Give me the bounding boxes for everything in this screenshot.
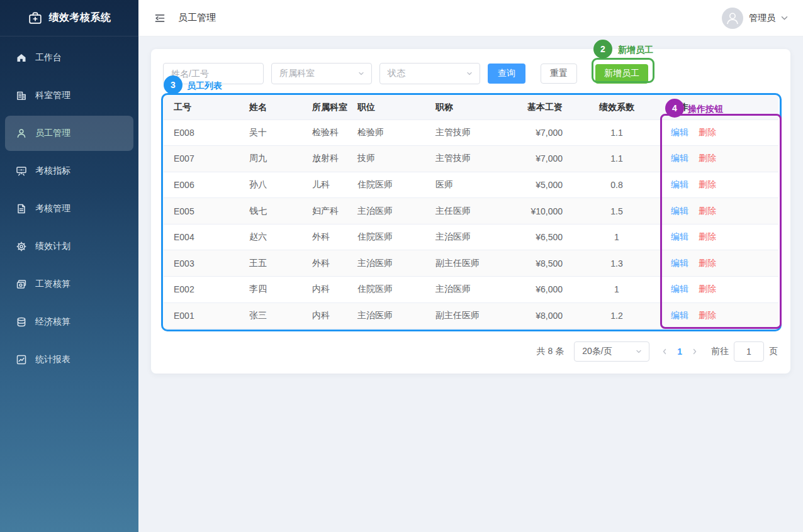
sidebar-item-label: 科室管理 [35, 90, 70, 101]
cell-salary: ¥10,000 [501, 198, 573, 224]
cell-actions: 编辑删除 [661, 172, 778, 198]
wallet-icon [16, 279, 27, 290]
chevron-down-icon [466, 70, 473, 77]
app-window: 绩效考核系统 工作台科室管理员工管理考核指标考核管理绩效计划工资核算经济核算统计… [0, 0, 803, 532]
edit-link[interactable]: 编辑 [671, 127, 688, 137]
cell-actions: 编辑删除 [661, 119, 778, 146]
sidebar-item-label: 绩效计划 [35, 241, 70, 252]
filter-bar: 所属科室 状态 查询 重置 新增员工 [163, 63, 648, 84]
table-row: E001张三内科主治医师副主任医师¥8,0001.2编辑删除 [164, 302, 778, 329]
table-body: E008吴十检验科检验师主管技师¥7,0001.1编辑删除E007周九放射科技师… [164, 119, 778, 329]
sidebar-item-工作台[interactable]: 工作台 [5, 40, 133, 75]
chart-icon [16, 354, 27, 365]
user-menu[interactable]: 管理员 [722, 8, 788, 29]
table-row: E007周九放射科技师主管技师¥7,0001.1编辑删除 [164, 146, 778, 172]
document-icon [16, 203, 27, 214]
annotation-label-3: 员工列表 [187, 80, 222, 92]
goto-page-input[interactable] [734, 341, 764, 362]
cell-salary: ¥6,500 [501, 224, 573, 250]
delete-link[interactable]: 删除 [699, 284, 716, 294]
edit-link[interactable]: 编辑 [671, 153, 688, 163]
topbar: 员工管理 管理员 [138, 0, 803, 36]
cell-dept: 外科 [302, 224, 347, 250]
table-row: E006孙八儿科住院医师医师¥5,0000.8编辑删除 [164, 172, 778, 198]
add-employee-button[interactable]: 新增员工 [595, 64, 648, 84]
cell-coeff: 1.5 [573, 198, 661, 224]
edit-link[interactable]: 编辑 [671, 231, 688, 241]
cell-coeff: 1.1 [573, 119, 661, 146]
sidebar-item-考核指标[interactable]: 考核指标 [5, 153, 133, 189]
cell-position: 主治医师 [347, 250, 425, 277]
collapse-menu-icon[interactable] [154, 12, 166, 25]
column-header: 所属科室 [302, 96, 347, 119]
table-row: E002李四内科住院医师主治医师¥6,0001编辑删除 [164, 277, 778, 303]
cell-title: 主管技师 [425, 119, 501, 146]
table-row: E004赵六外科住院医师主治医师¥6,5001编辑删除 [164, 224, 778, 250]
edit-link[interactable]: 编辑 [671, 179, 688, 189]
cell-name: 王五 [239, 250, 302, 277]
sidebar-item-经济核算[interactable]: 经济核算 [5, 304, 133, 340]
edit-link[interactable]: 编辑 [671, 284, 688, 294]
search-button[interactable]: 查询 [488, 64, 525, 84]
sidebar-item-label: 考核指标 [35, 165, 70, 177]
cell-name: 钱七 [239, 198, 302, 224]
sidebar-item-工资核算[interactable]: 工资核算 [5, 267, 133, 302]
edit-link[interactable]: 编辑 [671, 310, 688, 320]
prev-page-icon[interactable] [661, 348, 668, 355]
gear-icon [16, 241, 27, 252]
reset-button[interactable]: 重置 [541, 64, 577, 84]
user-icon [16, 128, 27, 139]
sidebar-item-统计报表[interactable]: 统计报表 [5, 342, 133, 377]
sidebar-item-员工管理[interactable]: 员工管理 [5, 116, 133, 151]
cell-actions: 编辑删除 [661, 146, 778, 172]
cell-salary: ¥7,000 [501, 146, 573, 172]
delete-link[interactable]: 删除 [699, 310, 716, 320]
cell-title: 副主任医师 [425, 250, 501, 277]
cell-coeff: 1.2 [573, 302, 661, 329]
department-select[interactable]: 所属科室 [271, 63, 372, 84]
column-header: 工号 [164, 96, 239, 119]
sidebar-item-label: 经济核算 [35, 316, 70, 328]
cell-title: 主任医师 [425, 198, 501, 224]
sidebar-item-考核管理[interactable]: 考核管理 [5, 191, 133, 226]
delete-link[interactable]: 删除 [699, 258, 716, 268]
edit-link[interactable]: 编辑 [671, 206, 688, 216]
table-row: E005钱七妇产科主治医师主任医师¥10,0001.5编辑删除 [164, 198, 778, 224]
cell-salary: ¥6,000 [501, 277, 573, 303]
cell-salary: ¥8,500 [501, 250, 573, 277]
current-page[interactable]: 1 [677, 346, 682, 357]
cell-id: E001 [164, 302, 239, 329]
sidebar-nav: 工作台科室管理员工管理考核指标考核管理绩效计划工资核算经济核算统计报表 [0, 36, 138, 377]
delete-link[interactable]: 删除 [699, 153, 716, 163]
cell-title: 主治医师 [425, 224, 501, 250]
delete-link[interactable]: 删除 [699, 231, 716, 241]
cell-position: 检验师 [347, 119, 425, 146]
delete-link[interactable]: 删除 [699, 127, 716, 137]
cell-id: E006 [164, 172, 239, 198]
cell-dept: 检验科 [302, 119, 347, 146]
delete-link[interactable]: 删除 [699, 179, 716, 189]
sidebar-item-绩效计划[interactable]: 绩效计划 [5, 229, 133, 264]
annotation-badge-2: 2 [593, 40, 612, 58]
sidebar-item-科室管理[interactable]: 科室管理 [5, 78, 133, 113]
cell-actions: 编辑删除 [661, 224, 778, 250]
cell-name: 孙八 [239, 172, 302, 198]
edit-link[interactable]: 编辑 [671, 258, 688, 268]
app-title: 绩效考核系统 [49, 11, 111, 25]
delete-link[interactable]: 删除 [699, 206, 716, 216]
page-size-value: 20条/页 [582, 346, 612, 357]
department-select-value: 所属科室 [279, 68, 315, 79]
cell-title: 副主任医师 [425, 302, 501, 329]
app-logo: 绩效考核系统 [0, 0, 138, 36]
cell-position: 技师 [347, 146, 425, 172]
column-header: 基本工资 [501, 96, 573, 119]
next-page-icon[interactable] [691, 348, 699, 355]
table-header-row: 工号姓名所属科室职位职称基本工资绩效系数操作 [164, 96, 778, 119]
column-header: 绩效系数 [573, 96, 661, 119]
cell-coeff: 1.3 [573, 250, 661, 277]
cell-title: 主管技师 [425, 146, 501, 172]
pagination: 共 8 条 20条/页 1 前往 页 [537, 341, 778, 362]
page-size-select[interactable]: 20条/页 [574, 341, 649, 362]
status-select[interactable]: 状态 [379, 63, 480, 84]
sidebar-item-label: 员工管理 [35, 128, 70, 139]
